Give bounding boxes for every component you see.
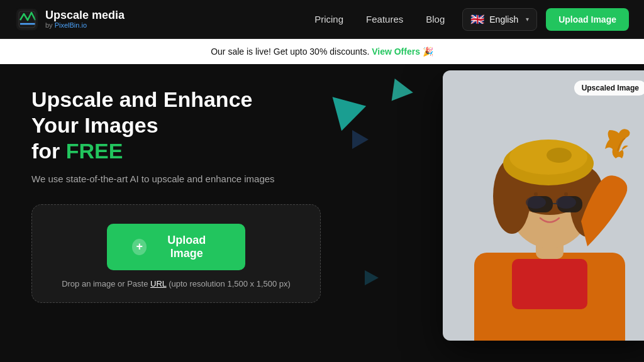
logo-text-block: Upscale media by PixelBin.io	[45, 9, 125, 30]
language-label: English	[489, 14, 518, 25]
drop-hint: Drop an image or Paste URL (upto resolut…	[62, 279, 291, 288]
logo-icon	[15, 8, 39, 31]
language-selector[interactable]: 🇬🇧 English ▾	[462, 8, 537, 31]
svg-point-18	[526, 196, 546, 209]
upload-dropzone[interactable]: + Upload Image Drop an image or Paste UR…	[31, 204, 321, 303]
flag-icon: 🇬🇧	[470, 13, 484, 26]
left-section: Upscale and Enhance Your Images for FREE…	[0, 64, 327, 361]
nav-link-blog[interactable]: Blog	[426, 14, 445, 25]
svg-point-21	[564, 192, 568, 196]
svg-point-20	[534, 192, 538, 196]
triangle-teal-1	[333, 89, 371, 131]
upload-btn-label: Upload Image	[153, 234, 220, 260]
url-paste-link[interactable]: URL	[150, 279, 167, 288]
hero-title-line1: Upscale and Enhance Your Images	[31, 87, 252, 137]
woman-photo	[443, 70, 644, 341]
banner-emoji: 🎉	[423, 47, 433, 57]
image-showcase: Upscaled Image	[443, 70, 644, 341]
main-content: Upscale and Enhance Your Images for FREE…	[0, 64, 644, 361]
hero-free-text: FREE	[66, 139, 123, 163]
logo-title: Upscale media	[45, 9, 125, 22]
nav-upload-button[interactable]: Upload Image	[546, 8, 629, 31]
nav-links: Pricing Features Blog	[314, 14, 445, 25]
nav-link-features[interactable]: Features	[366, 14, 403, 25]
pixelbin-link: PixelBin.io	[55, 21, 87, 29]
upscaled-badge-text: Upscaled Image	[582, 84, 639, 92]
banner-text: Our sale is live! Get upto 30% discounts…	[211, 47, 369, 57]
promo-banner: Our sale is live! Get upto 30% discounts…	[0, 39, 644, 64]
drop-hint-before: Drop an image or Paste	[62, 279, 150, 288]
navbar: Upscale media by PixelBin.io Pricing Fea…	[0, 0, 644, 39]
plus-icon: +	[132, 239, 147, 255]
nav-link-pricing[interactable]: Pricing	[314, 14, 343, 25]
triangle-teal-2	[392, 79, 415, 104]
upscaled-badge: Upscaled Image	[574, 80, 644, 96]
svg-point-14	[547, 148, 572, 163]
hero-title-for: for	[31, 139, 66, 163]
drop-hint-after: (upto resolution 1,500 x 1,500 px)	[167, 279, 291, 288]
logo-sub: by PixelBin.io	[45, 21, 125, 29]
right-section: Upscaled Image	[327, 64, 644, 361]
svg-point-19	[556, 196, 576, 209]
triangle-dark	[352, 130, 369, 149]
hero-title: Upscale and Enhance Your Images for FREE	[31, 87, 302, 163]
main-upload-button[interactable]: + Upload Image	[107, 224, 245, 270]
view-offers-link[interactable]: View Offers	[372, 47, 420, 57]
svg-rect-6	[512, 259, 587, 309]
logo-area[interactable]: Upscale media by PixelBin.io	[15, 8, 125, 31]
triangle-dark2	[365, 270, 379, 285]
chevron-down-icon: ▾	[526, 16, 529, 23]
hero-subtitle: We use state-of-the-art AI to upscale an…	[31, 172, 302, 187]
